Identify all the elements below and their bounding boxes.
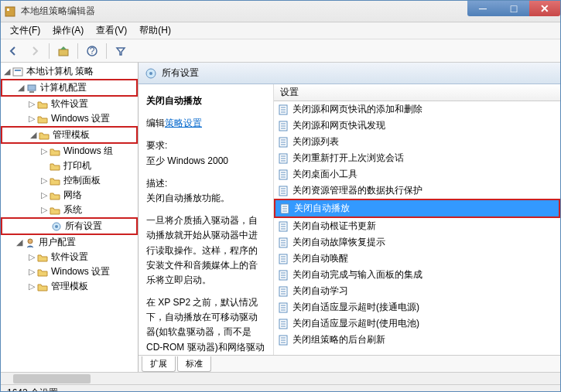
tree-horizontal-scrollbar[interactable] (1, 372, 560, 384)
policy-item-icon (277, 220, 289, 233)
folder-icon (49, 204, 61, 216)
tree-software-settings[interactable]: ▷ 软件设置 (1, 97, 138, 111)
expand-icon[interactable]: ◢ (2, 66, 12, 77)
svg-point-11 (28, 239, 32, 244)
list-item[interactable]: 关闭资源管理器的数据执行保护 (274, 182, 560, 199)
scrollbar-thumb[interactable] (13, 374, 91, 383)
list-item-label: 关闭资源管理器的数据执行保护 (292, 184, 422, 197)
list-item-label: 关闭自动故障恢复提示 (292, 236, 385, 249)
list-item[interactable]: 关闭桌面小工具 (274, 166, 560, 182)
svg-text:?: ? (90, 46, 95, 56)
expand-icon[interactable]: ▷ (27, 114, 36, 124)
expand-icon[interactable]: ▷ (27, 281, 36, 291)
list-item[interactable]: 关闭自动学习 (274, 283, 560, 299)
tree-admin-templates[interactable]: ◢ 管理模板 (1, 126, 138, 144)
forward-button[interactable] (26, 42, 44, 60)
tree-computer-config[interactable]: ◢ 计算机配置 (1, 79, 138, 97)
filter-button[interactable] (111, 42, 130, 60)
list-item[interactable]: 关闭自适应显示超时(使用电池) (274, 315, 560, 332)
help-button[interactable]: ? (83, 42, 101, 60)
list-item-label: 关闭自适应显示超时(接通电源) (292, 301, 419, 314)
list-item[interactable]: 关闭组策略的后台刷新 (274, 332, 560, 348)
up-button[interactable] (54, 42, 73, 60)
list-item[interactable]: 关闭源和网页快讯的添加和删除 (274, 101, 560, 118)
tree-control-panel[interactable]: ▷ 控制面板 (1, 173, 138, 188)
window-controls: ─ □ ✕ (467, 1, 560, 16)
tree-root[interactable]: ◢ 本地计算机 策略 (1, 64, 138, 79)
toolbar-separator (49, 43, 50, 59)
list-item-label: 关闭自动学习 (292, 285, 348, 298)
menu-view[interactable]: 查看(V) (90, 22, 133, 39)
folder-icon (49, 189, 61, 202)
expand-icon[interactable]: ▷ (27, 252, 36, 262)
folder-icon (49, 145, 61, 158)
list-item[interactable]: 关闭自适应显示超时(接通电源) (274, 299, 560, 315)
tree-label: 软件设置 (51, 251, 88, 264)
tree-label: Windows 设置 (51, 265, 110, 278)
tab-standard[interactable]: 标准 (177, 356, 211, 372)
expand-icon[interactable]: ▷ (39, 146, 49, 156)
tree-printers[interactable]: 打印机 (1, 159, 138, 173)
expand-icon[interactable]: ▷ (39, 190, 49, 200)
svg-rect-2 (59, 49, 68, 56)
tree-user-windows[interactable]: ▷ Windows 设置 (1, 264, 138, 279)
close-button[interactable]: ✕ (529, 1, 560, 16)
tree-label: 本地计算机 策略 (26, 65, 94, 78)
tree-label: 打印机 (63, 159, 91, 172)
list-item[interactable]: 关闭源列表 (274, 134, 560, 150)
menu-help[interactable]: 帮助(H) (133, 22, 177, 39)
settings-list[interactable]: 关闭源和网页快讯的添加和删除关闭源和网页快讯发现关闭源列表关闭重新打开上次浏览会… (274, 101, 560, 355)
tree-label: Windows 组 (63, 145, 113, 158)
expand-icon[interactable]: ▷ (27, 267, 36, 277)
title-bar: 本地组策略编辑器 ─ □ ✕ (1, 1, 560, 22)
policy-item-icon (277, 237, 289, 249)
expand-icon[interactable]: ▷ (27, 99, 36, 109)
folder-icon (49, 175, 61, 187)
svg-rect-5 (13, 68, 22, 76)
edit-policy-link[interactable]: 策略设置 (165, 118, 202, 128)
maximize-button[interactable]: □ (498, 1, 529, 16)
expand-icon[interactable]: ◢ (15, 237, 24, 247)
tree-network[interactable]: ▷ 网络 (1, 188, 138, 203)
list-item[interactable]: 关闭自动故障恢复提示 (274, 234, 560, 251)
bottom-tabs: 扩展 标准 (139, 355, 560, 372)
menu-action[interactable]: 操作(A) (46, 22, 90, 39)
tree-windows-components[interactable]: ▷ Windows 组 (1, 144, 138, 159)
description-column: 关闭自动播放 编辑策略设置 要求: 至少 Windows 2000 描述: 关闭… (139, 84, 274, 355)
policy-item-icon (277, 253, 289, 265)
tree-label: Windows 设置 (51, 112, 110, 125)
folder-icon (36, 281, 49, 293)
tab-extended[interactable]: 扩展 (142, 356, 176, 372)
back-button[interactable] (4, 42, 22, 60)
tree-system[interactable]: ▷ 系统 (1, 203, 138, 217)
tree-user-software[interactable]: ▷ 软件设置 (1, 250, 138, 264)
tree-pane[interactable]: ◢ 本地计算机 策略 ◢ 计算机配置 ▷ 软件设置 ▷ Windows 设置 ◢… (1, 63, 139, 372)
minimize-button[interactable]: ─ (467, 1, 498, 16)
tree-label: 控制面板 (63, 174, 101, 187)
list-column-header[interactable]: 设置 (274, 84, 560, 101)
expand-icon[interactable]: ◢ (16, 83, 26, 93)
toolbar-separator (106, 43, 107, 59)
folder-icon (36, 98, 49, 111)
list-item[interactable]: 关闭自动完成与输入面板的集成 (274, 267, 560, 283)
list-item[interactable]: 关闭自动唤醒 (274, 251, 560, 267)
list-item[interactable]: 关闭自动播放 (274, 199, 560, 218)
list-item[interactable]: 关闭源和网页快讯发现 (274, 118, 560, 134)
tree-all-settings[interactable]: 所有设置 (1, 217, 138, 235)
menu-file[interactable]: 文件(F) (4, 22, 46, 39)
tree-windows-settings[interactable]: ▷ Windows 设置 (1, 111, 138, 126)
tree-user-admin[interactable]: ▷ 管理模板 (1, 279, 138, 294)
description-label: 描述: (146, 176, 265, 191)
status-bar: 1642 个设置 (1, 384, 560, 392)
expand-icon[interactable]: ◢ (29, 130, 38, 140)
tree-user-config[interactable]: ◢ 用户配置 (1, 235, 138, 250)
user-icon (24, 237, 36, 249)
list-item[interactable]: 关闭重新打开上次浏览会话 (274, 150, 560, 166)
list-item-label: 关闭自适应显示超时(使用电池) (292, 317, 419, 330)
policy-item-icon (277, 136, 289, 148)
list-item[interactable]: 关闭自动根证书更新 (274, 218, 560, 234)
expand-icon[interactable]: ▷ (39, 205, 49, 215)
expand-icon[interactable]: ▷ (39, 176, 49, 186)
folder-icon (49, 160, 61, 172)
setting-title: 关闭自动播放 (146, 94, 265, 108)
